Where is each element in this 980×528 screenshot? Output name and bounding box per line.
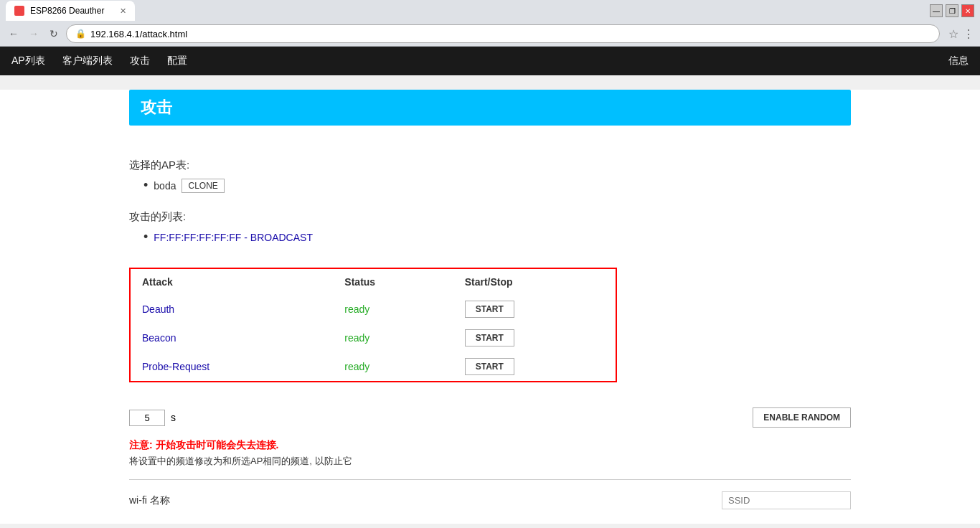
table-row: Deauth ready START <box>131 295 616 324</box>
content-area: 选择的AP表: boda CLONE 攻击的列表: FF:FF:FF:FF:FF… <box>0 140 980 524</box>
minimize-button[interactable]: — <box>930 4 943 17</box>
back-button[interactable]: ← <box>6 26 22 42</box>
table-row: Beacon ready START <box>131 324 616 352</box>
nav-info[interactable]: 信息 <box>948 55 969 67</box>
warning-label: 注意: <box>129 439 153 451</box>
attack-table-wrapper: Attack Status Start/Stop Deauth ready ST… <box>129 268 617 382</box>
action-cell: START <box>453 352 616 381</box>
close-button[interactable]: ✕ <box>961 4 974 17</box>
tab-favicon <box>14 6 24 16</box>
col-startstop: Start/Stop <box>453 269 616 295</box>
divider <box>129 479 851 480</box>
start-button[interactable]: START <box>465 301 514 318</box>
attack-table: Attack Status Start/Stop Deauth ready ST… <box>131 269 616 381</box>
ap-name: boda <box>154 180 176 192</box>
browser-chrome: ESP8266 Deauther ✕ — ❐ ✕ ← → ↻ 🔒 192.168… <box>0 0 980 47</box>
attack-cell: Deauth <box>131 295 333 324</box>
start-button[interactable]: START <box>465 329 514 346</box>
ssid-input[interactable] <box>722 491 851 509</box>
bookmark-icon[interactable]: ☆ <box>948 27 958 41</box>
nav-attack[interactable]: 攻击 <box>130 55 150 67</box>
reload-button[interactable]: ↻ <box>46 26 62 42</box>
broadcast-entry: FF:FF:FF:FF:FF:FF - BROADCAST <box>143 230 851 245</box>
window-controls: — ❐ ✕ <box>930 4 974 17</box>
clone-button[interactable]: CLONE <box>182 179 224 193</box>
lock-icon: 🔒 <box>75 29 86 39</box>
col-status: Status <box>333 269 453 295</box>
start-button[interactable]: START <box>465 358 514 375</box>
nav-config[interactable]: 配置 <box>167 55 187 67</box>
nav-ap-list[interactable]: AP列表 <box>11 55 45 67</box>
url-text: 192.168.4.1/attack.html <box>90 29 187 39</box>
col-attack: Attack <box>131 269 333 295</box>
restore-button[interactable]: ❐ <box>946 4 958 17</box>
attack-cell: Beacon <box>131 324 333 352</box>
browser-tab[interactable]: ESP8266 Deauther ✕ <box>6 1 135 21</box>
enable-random-button[interactable]: ENABLE RANDOM <box>753 407 851 428</box>
attack-list-label: 攻击的列表: <box>129 210 851 224</box>
tab-close-button[interactable]: ✕ <box>120 6 126 16</box>
page-title: 攻击 <box>129 90 851 126</box>
ap-section-label: 选择的AP表: <box>129 159 851 172</box>
nav-client-list[interactable]: 客户端列表 <box>62 55 113 67</box>
navbar: AP列表 客户端列表 攻击 配置 信息 <box>0 47 980 75</box>
timer-input[interactable] <box>129 410 165 426</box>
ap-entry: boda CLONE <box>143 178 851 193</box>
wifi-label: wi-fi 名称 <box>129 494 215 507</box>
controls-row: s ENABLE RANDOM <box>129 407 851 428</box>
action-cell: START <box>453 324 616 352</box>
timer-unit: s <box>171 412 176 423</box>
warning-title: 注意: 开始攻击时可能会失去连接. <box>129 439 851 452</box>
status-cell: ready <box>333 352 453 381</box>
url-box[interactable]: 🔒 192.168.4.1/attack.html <box>66 24 940 43</box>
warning-section: 注意: 开始攻击时可能会失去连接. 将设置中的频道修改为和所选AP相同的频道, … <box>129 439 851 468</box>
warning-text: 开始攻击时可能会失去连接. <box>153 439 279 451</box>
menu-icon[interactable]: ⋮ <box>963 27 974 41</box>
title-bar: ESP8266 Deauther ✕ — ❐ ✕ <box>0 0 980 22</box>
wifi-row: wi-fi 名称 <box>129 491 851 509</box>
status-cell: ready <box>333 324 453 352</box>
page: 攻击 选择的AP表: boda CLONE 攻击的列表: FF:FF:FF:FF… <box>0 90 980 524</box>
address-bar: ← → ↻ 🔒 192.168.4.1/attack.html ☆ ⋮ <box>0 22 980 46</box>
action-cell: START <box>453 295 616 324</box>
broadcast-link[interactable]: FF:FF:FF:FF:FF:FF - BROADCAST <box>154 232 313 243</box>
tab-title: ESP8266 Deauther <box>30 6 104 16</box>
warning-sub: 将设置中的频道修改为和所选AP相同的频道, 以防止它 <box>129 455 851 468</box>
forward-button[interactable]: → <box>26 26 42 42</box>
status-cell: ready <box>333 295 453 324</box>
attack-cell: Probe-Request <box>131 352 333 381</box>
table-row: Probe-Request ready START <box>131 352 616 381</box>
